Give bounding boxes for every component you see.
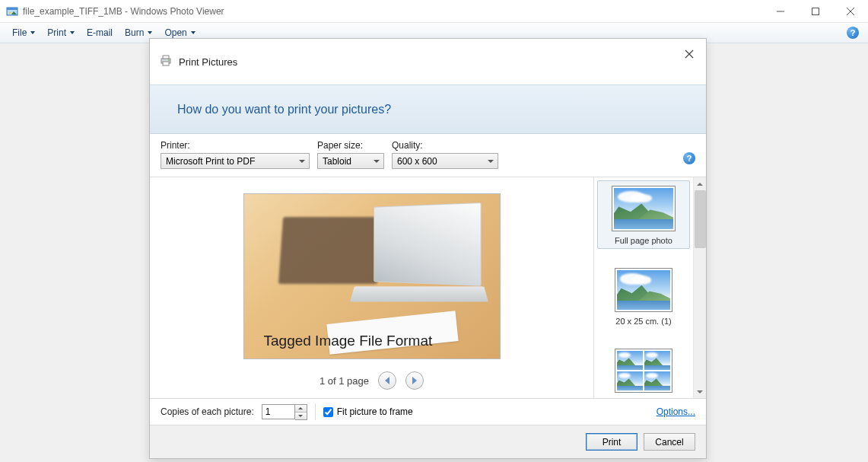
help-button[interactable]: ?: [847, 27, 859, 39]
svg-rect-4: [812, 8, 819, 14]
chevron-down-icon: [30, 31, 35, 34]
dialog-buttons: Print Cancel: [150, 425, 706, 458]
divider: [315, 403, 316, 420]
dialog-header: Print Pictures: [150, 39, 706, 84]
preview-main: Tagged Image File Format 1 of 1 page: [150, 177, 593, 398]
printer-label: Printer:: [161, 140, 310, 151]
svg-point-2: [9, 11, 11, 14]
chevron-down-icon: [191, 31, 196, 34]
minimize-button[interactable]: [763, 0, 798, 23]
quality-select[interactable]: 600 x 600: [392, 153, 498, 169]
close-button[interactable]: [833, 0, 868, 23]
layout-list: Full page photo 20 x 25 cm. (1) 13 x 18 …: [594, 177, 693, 398]
titlebar: file_example_TIFF_1MB - Windows Photo Vi…: [0, 0, 868, 23]
svg-rect-9: [163, 62, 169, 65]
svg-rect-8: [163, 56, 169, 59]
scroll-down-button[interactable]: [694, 385, 706, 398]
chevron-down-icon: [299, 160, 305, 163]
menu-email[interactable]: E-mail: [81, 23, 119, 43]
copies-spinner[interactable]: [262, 404, 307, 420]
menu-file[interactable]: File: [6, 23, 41, 43]
chevron-down-icon: [374, 160, 380, 163]
preview-image-text: Tagged Image File Format: [264, 333, 433, 349]
page-status: 1 of 1 page: [320, 375, 369, 387]
menu-print[interactable]: Print: [41, 23, 81, 43]
paper-size-select[interactable]: Tabloid: [317, 153, 384, 169]
dialog-banner: How do you want to print your pictures?: [150, 84, 706, 134]
window-controls: [763, 0, 868, 23]
layout-13x18[interactable]: 13 x 18 cm. (4): [597, 343, 690, 398]
copies-input[interactable]: [262, 404, 295, 419]
arrow-left-icon: [385, 377, 389, 384]
layout-scrollbar[interactable]: [693, 177, 706, 398]
help-icon: ?: [683, 152, 695, 164]
prev-page-button[interactable]: [378, 371, 396, 390]
fit-checkbox-input[interactable]: [323, 407, 333, 417]
options-help-button[interactable]: ?: [683, 152, 695, 164]
layout-label: Full page photo: [615, 236, 672, 245]
chevron-down-icon: [148, 31, 152, 34]
app-icon: [6, 5, 18, 18]
bottom-row: Copies of each picture: Fit picture to f…: [150, 399, 706, 425]
preview-image: Tagged Image File Format: [243, 193, 501, 359]
fit-to-frame-checkbox[interactable]: Fit picture to frame: [323, 406, 413, 417]
paper-size-label: Paper size:: [317, 140, 384, 151]
layout-label: 20 x 25 cm. (1): [615, 317, 671, 326]
dialog-close-button[interactable]: [680, 45, 698, 63]
scroll-up-button[interactable]: [694, 177, 706, 190]
cancel-button[interactable]: Cancel: [644, 433, 695, 451]
dialog-title: Print Pictures: [179, 56, 237, 68]
fit-label: Fit picture to frame: [337, 406, 413, 417]
banner-text: How do you want to print your pictures?: [177, 103, 391, 116]
svg-rect-1: [7, 8, 17, 10]
copies-up-button[interactable]: [295, 405, 307, 412]
svg-point-10: [168, 59, 170, 61]
help-icon: ?: [847, 27, 859, 39]
chevron-down-icon: [488, 160, 494, 163]
layout-label: 13 x 18 cm. (4): [615, 397, 671, 398]
arrow-right-icon: [412, 377, 417, 384]
window-title: file_example_TIFF_1MB - Windows Photo Vi…: [23, 6, 224, 17]
print-button[interactable]: Print: [586, 433, 637, 451]
layout-full-page[interactable]: Full page photo: [597, 180, 690, 249]
preview-area: Tagged Image File Format 1 of 1 page Ful…: [150, 177, 706, 399]
scroll-thumb[interactable]: [695, 190, 706, 248]
printer-icon: [159, 54, 173, 70]
chevron-down-icon: [70, 31, 75, 34]
options-link[interactable]: Options...: [657, 406, 695, 417]
layout-20x25[interactable]: 20 x 25 cm. (1): [597, 263, 690, 330]
print-options: Printer: Microsoft Print to PDF Paper si…: [150, 134, 706, 177]
quality-label: Quality:: [392, 140, 498, 151]
print-dialog: Print Pictures How do you want to print …: [149, 38, 707, 459]
maximize-button[interactable]: [798, 0, 833, 23]
copies-down-button[interactable]: [295, 412, 307, 419]
layout-panel: Full page photo 20 x 25 cm. (1) 13 x 18 …: [593, 177, 706, 398]
printer-select[interactable]: Microsoft Print to PDF: [161, 153, 310, 169]
next-page-button[interactable]: [405, 371, 424, 390]
copies-label: Copies of each picture:: [161, 406, 254, 417]
